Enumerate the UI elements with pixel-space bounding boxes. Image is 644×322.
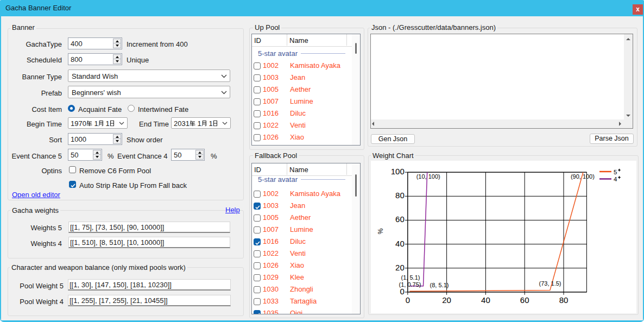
svg-text:%: %: [377, 228, 384, 234]
svg-text:0: 0: [400, 287, 404, 296]
svg-text:(90, 100): (90, 100): [571, 173, 595, 180]
svg-text:80: 80: [559, 295, 569, 305]
svg-text:(1, 0.75): (1, 0.75): [399, 281, 421, 288]
svg-text:80: 80: [395, 191, 405, 200]
svg-text:20: 20: [395, 263, 405, 272]
svg-text:(73, 1.5): (73, 1.5): [539, 280, 561, 287]
svg-text:(10, 100): (10, 100): [416, 173, 440, 180]
svg-text:5: 5: [614, 169, 617, 175]
svg-text:20: 20: [442, 295, 451, 305]
svg-text:40: 40: [395, 239, 405, 248]
svg-text:60: 60: [520, 295, 529, 305]
svg-text:4: 4: [614, 176, 617, 182]
svg-text:40: 40: [481, 295, 490, 305]
svg-text:100: 100: [391, 167, 405, 176]
svg-text:60: 60: [395, 214, 405, 224]
svg-text:(1, 5.1): (1, 5.1): [401, 274, 420, 281]
svg-text:(8, 5.1): (8, 5.1): [430, 282, 449, 288]
svg-text:0: 0: [406, 295, 410, 305]
